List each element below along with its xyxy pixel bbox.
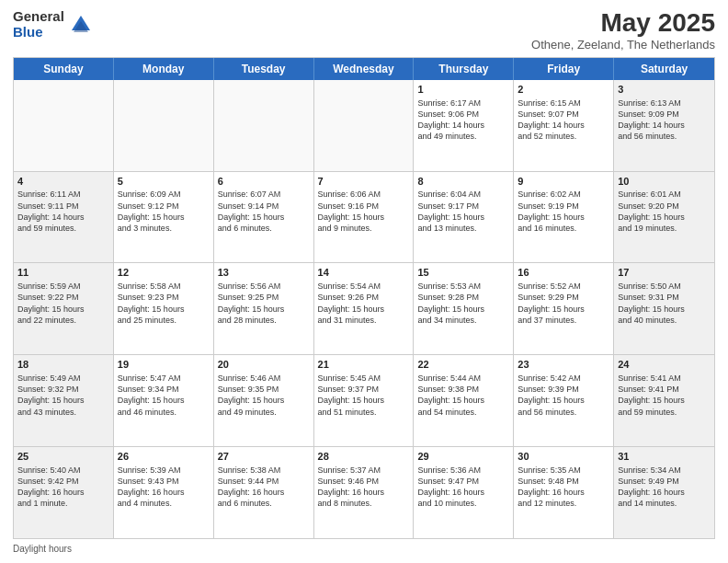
cal-cell-w1-d7: 3Sunrise: 6:13 AM Sunset: 9:09 PM Daylig… [614,80,714,171]
cell-sun-info: Sunrise: 5:54 AM Sunset: 9:26 PM Dayligh… [318,281,410,326]
cal-cell-w3-d3: 13Sunrise: 5:56 AM Sunset: 9:25 PM Dayli… [214,263,314,354]
daylight-hours-label: Daylight hours [13,544,72,554]
day-number: 30 [518,450,609,464]
day-number: 21 [318,358,410,372]
footer: Daylight hours [13,544,715,554]
cell-sun-info: Sunrise: 6:04 AM Sunset: 9:17 PM Dayligh… [417,189,509,234]
cell-sun-info: Sunrise: 5:47 AM Sunset: 9:34 PM Dayligh… [118,373,210,418]
cell-sun-info: Sunrise: 6:07 AM Sunset: 9:14 PM Dayligh… [218,189,310,234]
header-saturday: Saturday [614,58,714,80]
day-number: 2 [518,83,609,97]
header-monday: Monday [114,58,214,80]
day-number: 1 [417,83,509,97]
day-number: 13 [218,266,310,280]
calendar-header: Sunday Monday Tuesday Wednesday Thursday… [14,58,714,80]
page: General Blue May 2025 Othene, Zeeland, T… [0,0,728,563]
day-number: 26 [118,450,210,464]
cal-cell-w4-d7: 24Sunrise: 5:41 AM Sunset: 9:41 PM Dayli… [614,355,714,446]
day-number: 27 [218,450,310,464]
day-number: 31 [618,450,711,464]
calendar: Sunday Monday Tuesday Wednesday Thursday… [13,57,715,539]
title-month: May 2025 [531,9,715,38]
cal-cell-w2-d1: 4Sunrise: 6:11 AM Sunset: 9:11 PM Daylig… [14,172,114,263]
cal-cell-w1-d3 [214,80,314,171]
cal-cell-w5-d6: 30Sunrise: 5:35 AM Sunset: 9:48 PM Dayli… [514,447,614,538]
cell-sun-info: Sunrise: 5:45 AM Sunset: 9:37 PM Dayligh… [318,373,410,418]
cell-sun-info: Sunrise: 5:58 AM Sunset: 9:23 PM Dayligh… [118,281,210,326]
cal-cell-w1-d1 [14,80,114,171]
calendar-body: 1Sunrise: 6:17 AM Sunset: 9:06 PM Daylig… [14,80,714,538]
calendar-week-5: 25Sunrise: 5:40 AM Sunset: 9:42 PM Dayli… [14,447,714,538]
day-number: 5 [118,175,210,189]
cal-cell-w4-d3: 20Sunrise: 5:46 AM Sunset: 9:35 PM Dayli… [214,355,314,446]
day-number: 10 [618,175,711,189]
cell-sun-info: Sunrise: 6:11 AM Sunset: 9:11 PM Dayligh… [17,189,109,234]
cell-sun-info: Sunrise: 5:40 AM Sunset: 9:42 PM Dayligh… [17,465,109,510]
day-number: 11 [17,266,109,280]
cal-cell-w4-d4: 21Sunrise: 5:45 AM Sunset: 9:37 PM Dayli… [314,355,415,446]
day-number: 17 [618,266,711,280]
calendar-week-1: 1Sunrise: 6:17 AM Sunset: 9:06 PM Daylig… [14,80,714,172]
day-number: 3 [618,83,711,97]
day-number: 7 [318,175,410,189]
cell-sun-info: Sunrise: 5:53 AM Sunset: 9:28 PM Dayligh… [417,281,509,326]
cell-sun-info: Sunrise: 6:02 AM Sunset: 9:19 PM Dayligh… [518,189,609,234]
cal-cell-w3-d1: 11Sunrise: 5:59 AM Sunset: 9:22 PM Dayli… [14,263,114,354]
cal-cell-w4-d1: 18Sunrise: 5:49 AM Sunset: 9:32 PM Dayli… [14,355,114,446]
day-number: 4 [17,175,109,189]
cal-cell-w2-d5: 8Sunrise: 6:04 AM Sunset: 9:17 PM Daylig… [414,172,514,263]
cal-cell-w2-d6: 9Sunrise: 6:02 AM Sunset: 9:19 PM Daylig… [514,172,614,263]
day-number: 12 [118,266,210,280]
title-block: May 2025 Othene, Zeeland, The Netherland… [531,9,715,52]
header-tuesday: Tuesday [214,58,314,80]
cell-sun-info: Sunrise: 5:38 AM Sunset: 9:44 PM Dayligh… [218,465,310,510]
cell-sun-info: Sunrise: 5:44 AM Sunset: 9:38 PM Dayligh… [417,373,509,418]
cal-cell-w5-d7: 31Sunrise: 5:34 AM Sunset: 9:49 PM Dayli… [614,447,714,538]
cell-sun-info: Sunrise: 6:09 AM Sunset: 9:12 PM Dayligh… [118,189,210,234]
cal-cell-w4-d5: 22Sunrise: 5:44 AM Sunset: 9:38 PM Dayli… [414,355,514,446]
cal-cell-w1-d2 [114,80,214,171]
cell-sun-info: Sunrise: 6:15 AM Sunset: 9:07 PM Dayligh… [518,98,609,143]
logo-text: General Blue [13,9,64,40]
cell-sun-info: Sunrise: 5:56 AM Sunset: 9:25 PM Dayligh… [218,281,310,326]
day-number: 19 [118,358,210,372]
calendar-week-3: 11Sunrise: 5:59 AM Sunset: 9:22 PM Dayli… [14,263,714,355]
cal-cell-w1-d5: 1Sunrise: 6:17 AM Sunset: 9:06 PM Daylig… [414,80,514,171]
logo-icon [68,12,94,38]
day-number: 24 [618,358,711,372]
day-number: 29 [417,450,509,464]
cell-sun-info: Sunrise: 6:01 AM Sunset: 9:20 PM Dayligh… [618,189,711,234]
header-friday: Friday [514,58,614,80]
day-number: 14 [318,266,410,280]
cell-sun-info: Sunrise: 5:36 AM Sunset: 9:47 PM Dayligh… [417,465,509,510]
day-number: 16 [518,266,609,280]
cal-cell-w5-d4: 28Sunrise: 5:37 AM Sunset: 9:46 PM Dayli… [314,447,415,538]
cal-cell-w5-d1: 25Sunrise: 5:40 AM Sunset: 9:42 PM Dayli… [14,447,114,538]
cell-sun-info: Sunrise: 5:59 AM Sunset: 9:22 PM Dayligh… [17,281,109,326]
day-number: 15 [417,266,509,280]
calendar-week-4: 18Sunrise: 5:49 AM Sunset: 9:32 PM Dayli… [14,355,714,447]
cell-sun-info: Sunrise: 6:06 AM Sunset: 9:16 PM Dayligh… [318,189,410,234]
cell-sun-info: Sunrise: 5:34 AM Sunset: 9:49 PM Dayligh… [618,465,711,510]
cal-cell-w2-d7: 10Sunrise: 6:01 AM Sunset: 9:20 PM Dayli… [614,172,714,263]
day-number: 23 [518,358,609,372]
cal-cell-w1-d4 [314,80,415,171]
cell-sun-info: Sunrise: 5:39 AM Sunset: 9:43 PM Dayligh… [118,465,210,510]
cell-sun-info: Sunrise: 5:35 AM Sunset: 9:48 PM Dayligh… [518,465,609,510]
day-number: 20 [218,358,310,372]
day-number: 9 [518,175,609,189]
day-number: 25 [17,450,109,464]
cal-cell-w5-d5: 29Sunrise: 5:36 AM Sunset: 9:47 PM Dayli… [414,447,514,538]
title-location: Othene, Zeeland, The Netherlands [531,38,715,52]
cal-cell-w3-d2: 12Sunrise: 5:58 AM Sunset: 9:23 PM Dayli… [114,263,214,354]
cell-sun-info: Sunrise: 6:13 AM Sunset: 9:09 PM Dayligh… [618,98,711,143]
day-number: 22 [417,358,509,372]
day-number: 8 [417,175,509,189]
cal-cell-w2-d2: 5Sunrise: 6:09 AM Sunset: 9:12 PM Daylig… [114,172,214,263]
day-number: 28 [318,450,410,464]
cell-sun-info: Sunrise: 5:41 AM Sunset: 9:41 PM Dayligh… [618,373,711,418]
cell-sun-info: Sunrise: 5:46 AM Sunset: 9:35 PM Dayligh… [218,373,310,418]
logo: General Blue [13,9,94,40]
cell-sun-info: Sunrise: 5:42 AM Sunset: 9:39 PM Dayligh… [518,373,609,418]
cal-cell-w3-d4: 14Sunrise: 5:54 AM Sunset: 9:26 PM Dayli… [314,263,415,354]
